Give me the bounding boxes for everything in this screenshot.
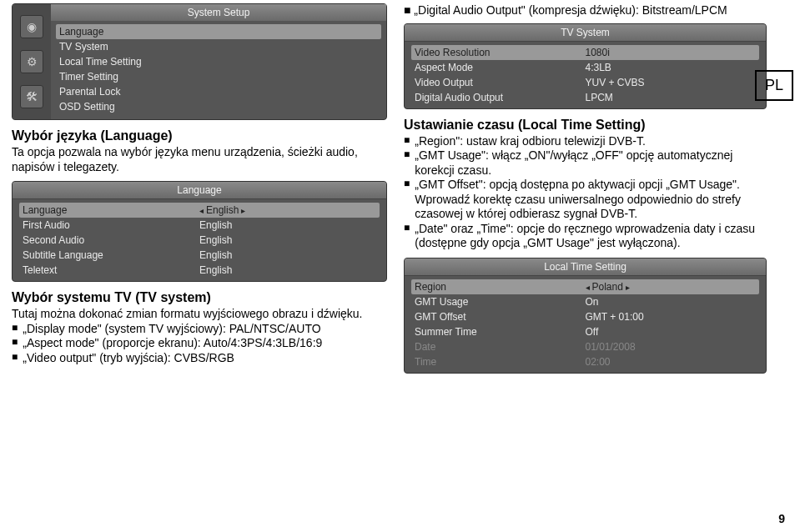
row-value: GMT + 01:00 [586, 311, 757, 323]
time-row-summer[interactable]: Summer Time Off [411, 324, 759, 339]
wrench-icon: 🛠 [20, 85, 43, 108]
para-language: Ta opcja pozwala na wybór języka menu ur… [12, 145, 387, 174]
row-value: Off [586, 326, 757, 338]
row-value: Poland [586, 281, 757, 293]
gear-icon: ⚙ [20, 50, 43, 73]
row-key: GMT Offset [415, 311, 586, 323]
top-note: ■ „Digital Audio Output" (kompresja dźwi… [404, 3, 767, 18]
right-column: ■ „Digital Audio Output" (kompresja dźwi… [404, 3, 767, 382]
time-row-region[interactable]: Region Poland [411, 279, 759, 294]
language-panel: Language Language English First Audio En… [12, 181, 387, 282]
row-value: 01/01/2008 [586, 341, 757, 353]
bullet-tv-1: ■„Aspect mode" (proporcje ekranu): Auto/… [12, 336, 387, 351]
time-row-gmt-offset[interactable]: GMT Offset GMT + 01:00 [411, 309, 759, 324]
row-key: Subtitle Language [23, 249, 199, 261]
lang-row-second-audio[interactable]: Second Audio English [19, 233, 380, 248]
bullet-time-2: ■„GMT Offset": opcją dostępna po aktywac… [404, 178, 767, 222]
bullet-text: „GMT Offset": opcją dostępna po aktywacj… [415, 178, 767, 222]
heading-language: Wybór języka (Language) [12, 128, 387, 143]
row-key: Aspect Mode [415, 62, 586, 73]
tv-system-panel: TV System Video Resolution 1080i Aspect … [404, 23, 767, 109]
bullet-time-1: ■„GMT Usage": włącz „ON"/wyłącz „OFF" op… [404, 148, 767, 178]
square-bullet-icon: ■ [404, 148, 410, 178]
local-time-panel: Local Time Setting Region Poland GMT Usa… [404, 258, 767, 374]
setup-item-timer[interactable]: Timer Setting [56, 69, 381, 84]
row-value: YUV + CVBS [586, 77, 757, 88]
row-value: 1080i [586, 47, 757, 58]
setup-item-parental[interactable]: Parental Lock [56, 84, 381, 99]
row-key: Video Resolution [415, 47, 586, 58]
bullet-time-0: ■„Region": ustaw kraj odbioru telewizji … [404, 134, 767, 149]
time-row-date: Date 01/01/2008 [411, 339, 759, 354]
row-value: English [199, 234, 376, 246]
bullet-tv-0: ■„Display mode" (system TV wyjściowy): P… [12, 322, 387, 337]
square-bullet-icon: ■ [404, 222, 410, 251]
para-tvsystem-intro: Tutaj można dokonać zmian formatu wyjści… [12, 307, 387, 322]
setup-icon-strip: ◉ ⚙ 🛠 [13, 4, 51, 119]
row-key: Date [415, 341, 586, 353]
page-root: ◉ ⚙ 🛠 System Setup Language TV System Lo… [0, 0, 800, 385]
tv-row-digital-audio[interactable]: Digital Audio Output LPCM [411, 90, 759, 105]
bullet-time-3: ■„Date" oraz „Time": opcje do ręcznego w… [404, 222, 767, 251]
row-value: 4:3LB [586, 62, 757, 73]
bullet-tv-2: ■„Video output" (tryb wyjścia): CVBS/RGB [12, 351, 387, 366]
row-value: English [199, 249, 376, 261]
local-time-title: Local Time Setting [405, 258, 766, 276]
bullet-text: „Aspect mode" (proporcje ekranu): Auto/4… [23, 336, 322, 351]
row-key: GMT Usage [415, 296, 586, 308]
tv-system-title: TV System [405, 24, 766, 42]
language-panel-title: Language [13, 182, 386, 199]
disc-icon: ◉ [20, 15, 43, 38]
row-key: Teletext [23, 264, 199, 276]
system-setup-panel: ◉ ⚙ 🛠 System Setup Language TV System Lo… [12, 3, 387, 120]
page-number: 9 [778, 512, 785, 525]
square-bullet-icon: ■ [404, 134, 410, 149]
setup-title: System Setup [51, 4, 386, 21]
bullet-text: „Display mode" (system TV wyjściowy): PA… [23, 322, 320, 337]
row-value: English [199, 204, 376, 216]
left-column: ◉ ⚙ 🛠 System Setup Language TV System Lo… [12, 3, 387, 382]
square-bullet-icon: ■ [12, 322, 18, 337]
time-row-time: Time 02:00 [411, 354, 759, 369]
bullet-text: „Date" oraz „Time": opcje do ręcznego wp… [415, 222, 767, 251]
row-key: Video Output [415, 77, 586, 88]
row-value: English [199, 219, 376, 231]
lang-row-subtitle[interactable]: Subtitle Language English [19, 248, 380, 263]
setup-item-language[interactable]: Language [56, 24, 381, 39]
tv-row-resolution[interactable]: Video Resolution 1080i [411, 45, 759, 60]
square-bullet-icon: ■ [404, 3, 414, 17]
lang-row-language[interactable]: Language English [19, 203, 380, 218]
row-value: LPCM [586, 92, 757, 103]
setup-item-local-time[interactable]: Local Time Setting [56, 54, 381, 69]
row-key: Language [23, 204, 199, 216]
bullet-text: „Region": ustaw kraj odbioru telewizji D… [415, 134, 646, 149]
setup-menu-list: System Setup Language TV System Local Ti… [51, 4, 386, 119]
square-bullet-icon: ■ [404, 178, 410, 222]
row-key: Digital Audio Output [415, 92, 586, 103]
square-bullet-icon: ■ [12, 351, 18, 366]
tv-row-aspect[interactable]: Aspect Mode 4:3LB [411, 60, 759, 75]
heading-time: Ustawianie czasu (Local Time Setting) [404, 118, 767, 133]
setup-item-osd[interactable]: OSD Setting [56, 99, 381, 114]
square-bullet-icon: ■ [12, 336, 18, 351]
lang-row-teletext[interactable]: Teletext English [19, 263, 380, 278]
bullet-text: „GMT Usage": włącz „ON"/wyłącz „OFF" opc… [415, 148, 767, 178]
tv-row-video-output[interactable]: Video Output YUV + CVBS [411, 75, 759, 90]
heading-tvsystem: Wybór systemu TV (TV system) [12, 290, 387, 305]
row-key: First Audio [23, 219, 199, 231]
lang-row-first-audio[interactable]: First Audio English [19, 218, 380, 233]
row-value: English [199, 264, 376, 276]
row-value: On [586, 296, 757, 308]
row-key: Time [415, 356, 586, 368]
bullet-text: „Video output" (tryb wyjścia): CVBS/RGB [23, 351, 234, 366]
row-value: 02:00 [586, 356, 757, 368]
locale-badge: PL [755, 70, 793, 101]
top-note-text: „Digital Audio Output" (kompresja dźwięk… [414, 3, 727, 17]
row-key: Summer Time [415, 326, 586, 338]
time-row-gmt-usage[interactable]: GMT Usage On [411, 294, 759, 309]
row-key: Second Audio [23, 234, 199, 246]
row-key: Region [415, 281, 586, 293]
setup-item-tv-system[interactable]: TV System [56, 39, 381, 54]
